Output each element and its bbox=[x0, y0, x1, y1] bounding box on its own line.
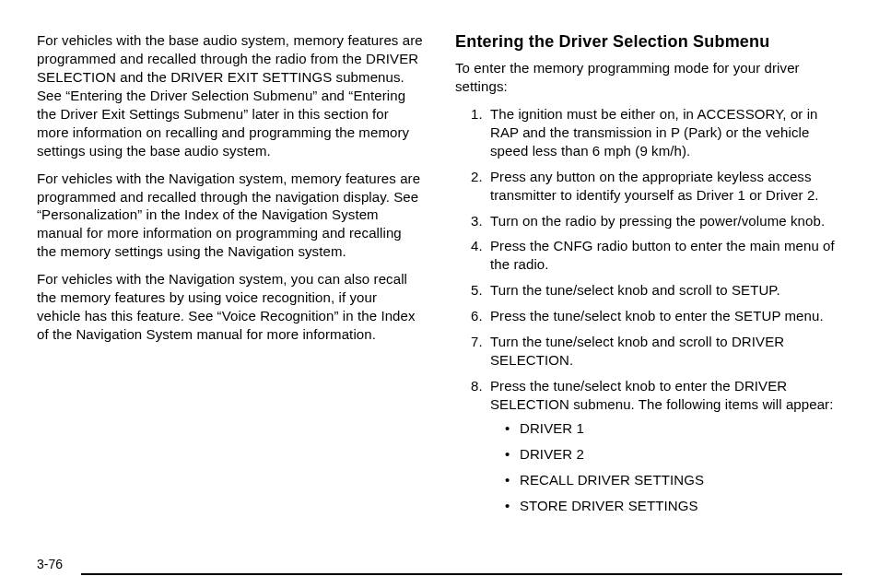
page-number: 3-76 bbox=[37, 557, 63, 571]
paragraph: For vehicles with the Navigation system,… bbox=[37, 270, 424, 344]
page-footer: 3-76 bbox=[37, 573, 842, 588]
list-item: Turn the tune/select knob and scroll to … bbox=[486, 333, 842, 370]
list-item: Press any button on the appropriate keyl… bbox=[486, 168, 842, 205]
list-item: STORE DRIVER SETTINGS bbox=[505, 497, 842, 515]
list-item: Press the tune/select knob to enter the … bbox=[486, 377, 842, 515]
list-item: Turn the tune/select knob and scroll to … bbox=[486, 281, 842, 300]
two-column-layout: For vehicles with the base audio system,… bbox=[37, 31, 842, 566]
steps-list: The ignition must be either on, in ACCES… bbox=[455, 105, 842, 515]
list-item: DRIVER 2 bbox=[505, 445, 842, 464]
list-item: Press the CNFG radio button to enter the… bbox=[486, 237, 842, 274]
list-item: DRIVER 1 bbox=[505, 419, 842, 438]
manual-page: For vehicles with the base audio system,… bbox=[0, 0, 879, 588]
sub-bullets: DRIVER 1 DRIVER 2 RECALL DRIVER SETTINGS… bbox=[490, 419, 842, 515]
section-heading: Entering the Driver Selection Submenu bbox=[455, 31, 842, 53]
list-item: The ignition must be either on, in ACCES… bbox=[486, 105, 842, 160]
paragraph: For vehicles with the Navigation system,… bbox=[37, 170, 424, 262]
list-item: RECALL DRIVER SETTINGS bbox=[505, 471, 842, 489]
footer-rule bbox=[81, 573, 842, 575]
list-item: Press the tune/select knob to enter the … bbox=[486, 307, 842, 325]
left-column: For vehicles with the base audio system,… bbox=[37, 31, 424, 566]
paragraph: For vehicles with the base audio system,… bbox=[37, 31, 424, 160]
intro-paragraph: To enter the memory programming mode for… bbox=[455, 59, 842, 96]
list-item: Turn on the radio by pressing the power/… bbox=[486, 212, 842, 230]
right-column: Entering the Driver Selection Submenu To… bbox=[455, 31, 842, 566]
step-text: Press the tune/select knob to enter the … bbox=[490, 378, 833, 412]
